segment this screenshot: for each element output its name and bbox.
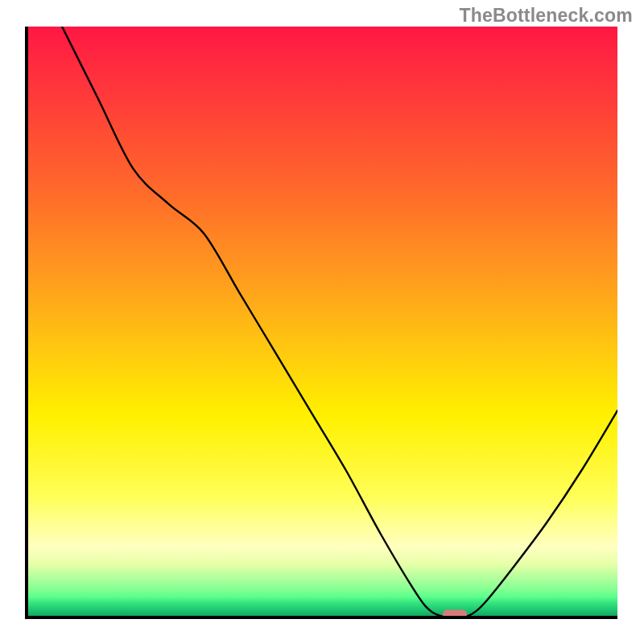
- line-series: [27, 27, 617, 617]
- watermark: TheBottleneck.com: [459, 5, 633, 27]
- optimal-marker: [443, 610, 467, 619]
- chart-plot-area: [27, 27, 617, 617]
